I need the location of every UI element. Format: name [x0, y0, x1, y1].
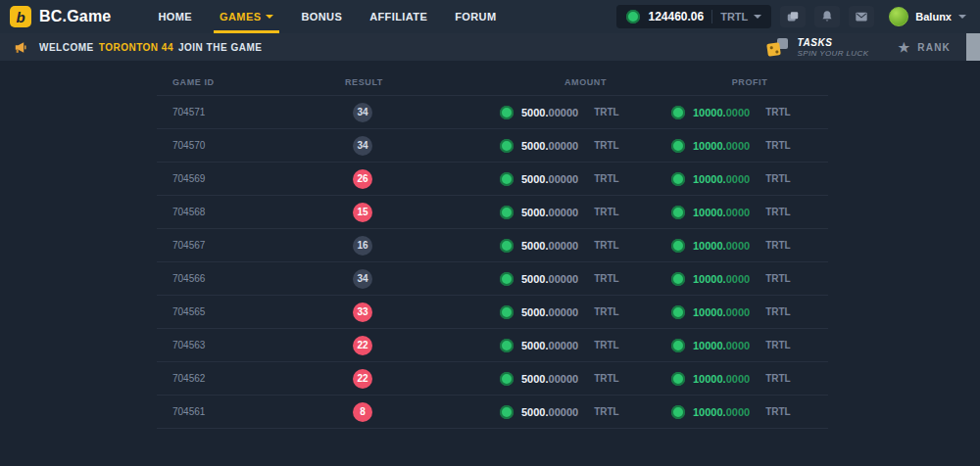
tasks-subtitle: SPIN YOUR LUCK [797, 49, 868, 58]
profit-value: 10000.0000 [693, 140, 750, 152]
welcome-message: WELCOME TORONTON 44 JOIN THE GAME [39, 42, 262, 53]
trtl-coin-icon [671, 405, 685, 419]
amount-cell: 5000.00000 TRTL [500, 372, 671, 386]
game-id-cell: 704569 [157, 173, 343, 184]
game-id-cell: 704565 [157, 306, 343, 317]
balance-widget[interactable]: 124460.06 TRTL [616, 5, 771, 28]
amount-value: 5000.00000 [521, 140, 578, 152]
table-row[interactable]: 704562 22 5000.00000 TRTL 10000.0000 TRT… [157, 362, 828, 396]
result-cell: 22 [343, 368, 500, 389]
messages-button[interactable] [849, 6, 874, 27]
avatar [889, 7, 908, 26]
table-row[interactable]: 704568 15 5000.00000 TRTL 10000.0000 TRT… [157, 196, 828, 229]
nav-item-affiliate[interactable]: AFFILIATE [356, 0, 441, 33]
result-badge: 16 [353, 236, 372, 256]
table-row[interactable]: 704563 22 5000.00000 TRTL 10000.0000 TRT… [157, 329, 828, 362]
result-cell: 26 [343, 168, 500, 189]
result-badge: 22 [353, 336, 372, 355]
table-row[interactable]: 704571 34 5000.00000 TRTL 10000.0000 TRT… [157, 96, 828, 129]
amount-value: 5000.00000 [521, 340, 578, 351]
game-id-cell: 704567 [157, 240, 343, 251]
announcement: WELCOME TORONTON 44 JOIN THE GAME [14, 41, 262, 54]
nav-item-bonus[interactable]: BONUS [287, 0, 356, 33]
logo[interactable]: b BC.Game [10, 6, 111, 27]
trtl-coin-icon [671, 272, 685, 286]
trtl-coin-icon [500, 339, 514, 352]
result-cell: 34 [343, 268, 500, 289]
logo-icon: b [10, 6, 31, 27]
amount-value: 5000.00000 [521, 240, 578, 252]
amount-value: 5000.00000 [521, 207, 578, 218]
amount-cell: 5000.00000 TRTL [500, 106, 671, 119]
wallet-button[interactable] [780, 6, 806, 27]
profit-cell: 10000.0000 TRTL [671, 305, 828, 319]
profit-currency: TRTL [765, 240, 791, 251]
tasks-widget[interactable]: TASKS SPIN YOUR LUCK [767, 37, 868, 58]
divider [711, 10, 712, 23]
trtl-coin-icon [671, 106, 685, 119]
table-row[interactable]: 704565 33 5000.00000 TRTL 10000.0000 TRT… [157, 296, 828, 329]
amount-value: 5000.00000 [521, 173, 578, 185]
profit-cell: 10000.0000 TRTL [671, 405, 828, 419]
trtl-coin-icon [500, 305, 514, 319]
amount-currency: TRTL [594, 207, 619, 217]
result-badge: 33 [353, 303, 372, 322]
amount-value: 5000.00000 [521, 306, 578, 318]
notifications-button[interactable] [814, 6, 840, 27]
profit-currency: TRTL [765, 406, 791, 417]
amount-cell: 5000.00000 TRTL [500, 405, 671, 419]
trtl-coin-icon [500, 272, 514, 286]
header-profit: PROFIT [671, 77, 828, 87]
envelope-icon [855, 10, 868, 23]
table-row[interactable]: 704566 34 5000.00000 TRTL 10000.0000 TRT… [157, 262, 828, 296]
user-menu[interactable]: Balunx [889, 7, 966, 26]
nav-item-home[interactable]: HOME [144, 0, 206, 33]
trtl-coin-icon [500, 172, 514, 186]
profit-value: 10000.0000 [693, 173, 750, 185]
trtl-coin-icon [671, 206, 685, 219]
profit-currency: TRTL [765, 140, 791, 151]
amount-cell: 5000.00000 TRTL [500, 305, 671, 319]
trtl-coin-icon [500, 405, 514, 419]
table-row[interactable]: 704567 16 5000.00000 TRTL 10000.0000 TRT… [157, 229, 828, 262]
trtl-coin-icon [671, 239, 685, 253]
rank-button[interactable]: ★ RANK [898, 41, 951, 54]
amount-currency: TRTL [594, 173, 619, 184]
profit-value: 10000.0000 [693, 373, 750, 385]
chevron-down-icon [958, 15, 966, 19]
bets-table: GAME ID RESULT AMOUNT PROFIT 704571 34 5… [157, 69, 828, 429]
side-panel-handle[interactable] [966, 33, 980, 61]
trtl-coin-icon [671, 305, 685, 319]
profit-currency: TRTL [765, 107, 791, 117]
nav-item-games[interactable]: GAMES [206, 0, 287, 33]
topbar-right: 124460.06 TRTL [616, 5, 966, 28]
bell-icon [820, 10, 834, 23]
table-row[interactable]: 704569 26 5000.00000 TRTL 10000.0000 TRT… [157, 163, 828, 196]
amount-cell: 5000.00000 TRTL [500, 272, 671, 286]
amount-value: 5000.00000 [521, 273, 578, 285]
trtl-coin-icon [626, 10, 640, 23]
profit-cell: 10000.0000 TRTL [671, 239, 828, 253]
rank-label: RANK [917, 42, 951, 53]
result-badge: 8 [353, 402, 372, 422]
amount-currency: TRTL [594, 406, 619, 417]
result-badge: 26 [353, 169, 372, 189]
currency-selector[interactable]: TRTL [720, 11, 761, 23]
game-id-cell: 704563 [157, 340, 343, 350]
game-id-cell: 704568 [157, 207, 343, 217]
tasks-title: TASKS [797, 37, 868, 48]
result-badge: 34 [353, 103, 372, 122]
chevron-down-icon [266, 15, 273, 19]
table-row[interactable]: 704570 34 5000.00000 TRTL 10000.0000 TRT… [157, 129, 828, 163]
profit-cell: 10000.0000 TRTL [671, 172, 828, 186]
amount-currency: TRTL [594, 306, 619, 317]
table-row[interactable]: 704561 8 5000.00000 TRTL 10000.0000 TRTL [157, 396, 828, 429]
trtl-coin-icon [671, 339, 685, 352]
profit-cell: 10000.0000 TRTL [671, 206, 828, 219]
result-badge: 15 [353, 203, 372, 222]
nav-item-forum[interactable]: FORUM [441, 0, 510, 33]
amount-cell: 5000.00000 TRTL [500, 239, 671, 253]
announcement-bar-right: TASKS SPIN YOUR LUCK ★ RANK [767, 37, 980, 58]
welcome-username: TORONTON 44 [99, 42, 173, 53]
profit-currency: TRTL [765, 340, 791, 350]
